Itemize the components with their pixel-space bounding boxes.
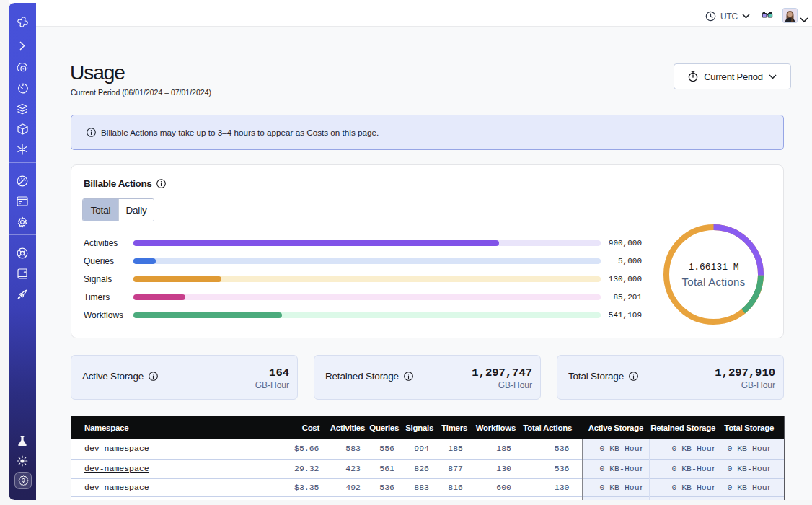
svg-text:Total Actions: Total Actions	[681, 276, 745, 288]
svg-text:1.66131 M: 1.66131 M	[688, 262, 738, 273]
